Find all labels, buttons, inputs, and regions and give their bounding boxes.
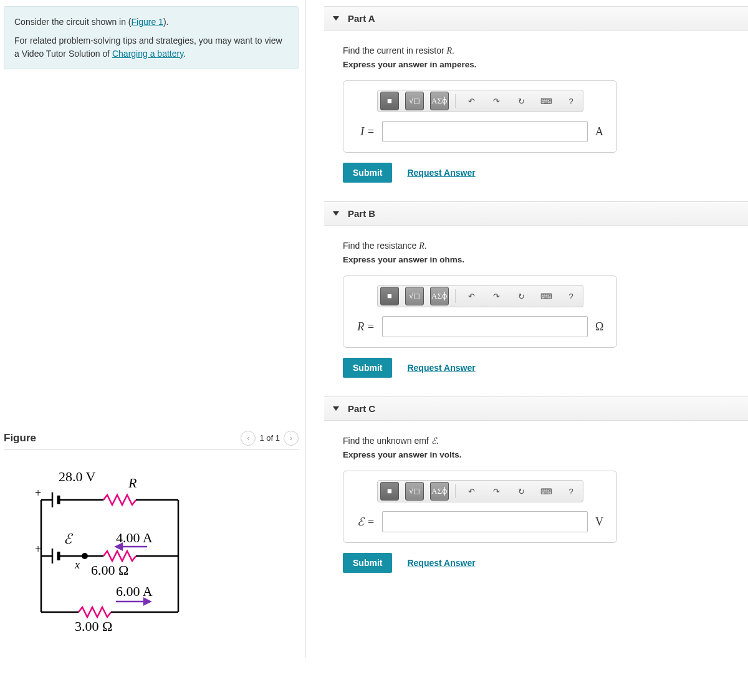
templates-button[interactable]: ■: [380, 287, 399, 305]
answer-row: R = Ω: [352, 316, 608, 337]
prompt-text: Find the unknown emf: [343, 436, 431, 446]
right-panel: Part A Find the current in resistor R. E…: [305, 0, 748, 658]
part-c-header[interactable]: Part C: [324, 396, 748, 421]
templates-button[interactable]: ■: [380, 482, 399, 501]
figure-count: 1 of 1: [259, 433, 280, 443]
keyboard-button[interactable]: ⌨: [537, 92, 555, 110]
greek-button[interactable]: ΑΣϕ: [430, 287, 449, 305]
figure-header: Figure ‹ 1 of 1 ›: [4, 431, 299, 450]
part-b-title: Part B: [348, 208, 375, 219]
redo-button[interactable]: ↷: [487, 482, 506, 501]
toolbar-separator: [455, 94, 456, 108]
figure-prev-button[interactable]: ‹: [241, 431, 256, 446]
label-R-bot: 3.00 Ω: [75, 618, 112, 634]
svg-point-14: [82, 553, 88, 559]
redo-button[interactable]: ↷: [487, 287, 506, 305]
prompt-var: R: [419, 241, 424, 251]
request-answer-link[interactable]: Request Answer: [407, 363, 475, 373]
unit-label: Ω: [595, 320, 608, 333]
part-c-answer-box: ■ √◻ ΑΣϕ ↶ ↷ ↻ ⌨ ? ℰ = V: [343, 471, 617, 543]
label-voltage: 28.0 V: [59, 469, 96, 484]
var-label: I =: [352, 125, 375, 138]
part-c-input[interactable]: [382, 511, 588, 532]
submit-button[interactable]: Submit: [343, 358, 392, 378]
var-label: R =: [352, 320, 375, 333]
reset-button[interactable]: ↻: [512, 92, 530, 110]
part-a-body: Find the current in resistor R. Express …: [324, 46, 748, 201]
prompt-var: ℰ: [431, 436, 436, 446]
undo-button[interactable]: ↶: [462, 92, 481, 110]
intro-text: .: [183, 49, 186, 59]
part-c-body: Find the unknown emf ℰ. Express your ans…: [324, 436, 748, 592]
part-a-title: Part A: [348, 13, 375, 24]
figure-next-button[interactable]: ›: [284, 431, 299, 446]
equation-toolbar: ■ √◻ ΑΣϕ ↶ ↷ ↻ ⌨ ?: [377, 90, 583, 112]
label-plus1: +: [35, 487, 41, 499]
part-c-title: Part C: [348, 403, 375, 414]
label-plus2: +: [35, 543, 41, 555]
part-c-prompt: Find the unknown emf ℰ.: [343, 436, 729, 446]
intro-line-1: Consider the circuit shown in (Figure 1)…: [14, 16, 288, 28]
part-c-actions: Submit Request Answer: [343, 553, 729, 573]
radical-button[interactable]: √◻: [405, 287, 424, 305]
part-b-header[interactable]: Part B: [324, 201, 748, 226]
collapse-icon: [333, 16, 339, 21]
submit-button[interactable]: Submit: [343, 163, 392, 183]
undo-button[interactable]: ↶: [462, 287, 481, 305]
intro-box: Consider the circuit shown in (Figure 1)…: [4, 6, 299, 69]
radical-button[interactable]: √◻: [405, 482, 424, 501]
prompt-text: Find the current in resistor: [343, 46, 447, 55]
part-a-answer-box: ■ √◻ ΑΣϕ ↶ ↷ ↻ ⌨ ? I = A: [343, 80, 617, 153]
keyboard-button[interactable]: ⌨: [537, 287, 555, 305]
collapse-icon: [333, 406, 339, 411]
var-label: ℰ =: [352, 515, 375, 529]
label-I-mid: 4.00 A: [116, 530, 153, 545]
intro-text: ).: [163, 17, 169, 27]
help-button[interactable]: ?: [562, 287, 580, 305]
reset-button[interactable]: ↻: [512, 482, 530, 501]
part-a-actions: Submit Request Answer: [343, 163, 729, 183]
undo-button[interactable]: ↶: [462, 482, 481, 501]
request-answer-link[interactable]: Request Answer: [407, 168, 475, 178]
answer-row: ℰ = V: [352, 511, 608, 532]
toolbar-separator: [455, 484, 456, 498]
figure-link[interactable]: Figure 1: [132, 17, 163, 27]
templates-button[interactable]: ■: [380, 92, 399, 110]
label-x: x: [74, 559, 80, 571]
part-b-input[interactable]: [382, 316, 588, 337]
redo-button[interactable]: ↷: [487, 92, 506, 110]
help-button[interactable]: ?: [562, 482, 580, 501]
keyboard-button[interactable]: ⌨: [537, 482, 555, 501]
figure-nav: ‹ 1 of 1 ›: [241, 431, 299, 446]
circuit-diagram: 28.0 V R + ℰ + x 4.00 A 6.00 Ω 6.00 A 3.…: [29, 463, 203, 637]
video-link[interactable]: Charging a battery: [112, 49, 183, 59]
toolbar-separator: [455, 289, 456, 303]
part-b-answer-box: ■ √◻ ΑΣϕ ↶ ↷ ↻ ⌨ ? R = Ω: [343, 276, 617, 348]
greek-button[interactable]: ΑΣϕ: [430, 92, 449, 110]
reset-button[interactable]: ↻: [512, 287, 530, 305]
intro-line-2: For related problem-solving tips and str…: [14, 34, 288, 60]
label-emf: ℰ: [64, 531, 74, 547]
submit-button[interactable]: Submit: [343, 553, 392, 573]
label-R: R: [128, 475, 137, 491]
label-R-mid: 6.00 Ω: [91, 562, 128, 578]
figure-title: Figure: [4, 432, 36, 444]
part-a-input[interactable]: [382, 121, 588, 142]
greek-button[interactable]: ΑΣϕ: [430, 482, 449, 501]
part-a-prompt: Find the current in resistor R.: [343, 46, 729, 56]
prompt-text: Find the resistance: [343, 241, 419, 251]
label-I-bot: 6.00 A: [116, 583, 153, 599]
left-panel: Consider the circuit shown in (Figure 1)…: [0, 0, 305, 658]
part-b-prompt: Find the resistance R.: [343, 241, 729, 251]
radical-button[interactable]: √◻: [405, 92, 424, 110]
part-a-header[interactable]: Part A: [324, 6, 748, 31]
part-b-actions: Submit Request Answer: [343, 358, 729, 378]
prompt-text: .: [452, 46, 454, 55]
prompt-text: .: [436, 436, 439, 446]
equation-toolbar: ■ √◻ ΑΣϕ ↶ ↷ ↻ ⌨ ?: [377, 480, 583, 502]
collapse-icon: [333, 211, 339, 216]
request-answer-link[interactable]: Request Answer: [407, 558, 475, 568]
help-button[interactable]: ?: [562, 92, 580, 110]
part-b-body: Find the resistance R. Express your answ…: [324, 241, 748, 396]
part-c-instr: Express your answer in volts.: [343, 450, 729, 459]
